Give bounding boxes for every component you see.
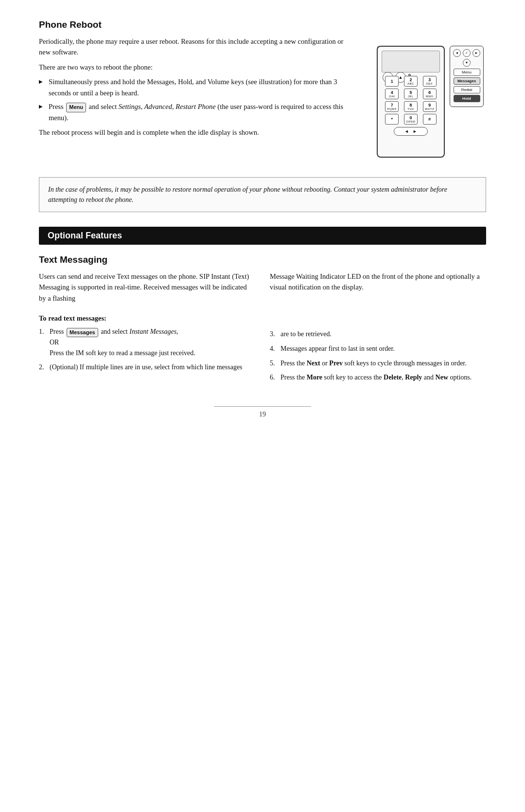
menu-side-btn: Menu [454, 69, 480, 76]
press-label: Press [49, 103, 64, 110]
key-pound: # [423, 114, 437, 125]
key-4: 4GHI [385, 89, 399, 99]
step-5-num: 5. [270, 358, 275, 369]
step-1-or: OR [50, 339, 59, 346]
key-1: 1 [385, 76, 399, 87]
phone-keypad: 1 2ABC 3DEF 4GHI 5JKL 6MNO 7PQRS 8TUV [383, 76, 439, 136]
nav-bar-row: ◄ ► [383, 127, 439, 136]
panel-nav-down: ▼ [463, 59, 471, 67]
phone-body: ◄ ▲ ▼ 🎙 1 2ABC 3DEF 4GHI [377, 46, 445, 158]
panel-nav-ok: ✓ [463, 49, 471, 57]
step-4-num: 4. [270, 343, 275, 354]
bullet-item-1: Simultaneously press and hold the Messag… [39, 76, 345, 98]
footer-page-number: 19 [39, 411, 486, 418]
panel-nav-down-row: ▼ [452, 59, 481, 67]
phone-reboot-section: Phone Reboot Periodically, the phone may… [39, 19, 486, 212]
phone-reboot-content: Periodically, the phone may require a us… [39, 36, 486, 167]
panel-nav-right: ► [472, 49, 480, 57]
tm-steps-right: 3. are to be retrieved. 4. Messages appe… [270, 307, 486, 387]
side-button-panel: ◄ ✓ ► ▼ Menu Messages Redial Hold [450, 46, 484, 107]
step-3: 3. are to be retrieved. [270, 329, 486, 340]
nav-left: ◄ [404, 129, 409, 134]
panel-nav-left: ◄ [453, 49, 461, 57]
key-2: 2ABC [404, 76, 418, 87]
key-star: * [385, 114, 399, 125]
key-9: 9WXYZ [423, 101, 437, 112]
hold-side-btn: Hold [454, 95, 480, 102]
step-1: 1. Press Messages and select Instant Mes… [39, 326, 255, 358]
key-0: 0OPER [404, 114, 418, 125]
step-6: 6. Press the More soft key to access the… [270, 372, 486, 383]
step-5: 5. Press the Next or Prev soft keys to c… [270, 358, 486, 369]
key-8: 8TUV [404, 101, 418, 112]
key-7: 7PQRS [385, 101, 399, 112]
step-1-press: Press [50, 328, 64, 335]
step-6-num: 6. [270, 372, 275, 383]
step-3-num: 3. [270, 329, 275, 340]
key-6: 6MNO [423, 89, 437, 99]
step-4: 4. Messages appear first to last in sent… [270, 343, 486, 354]
keypad-row-3: 7PQRS 8TUV 9WXYZ [383, 101, 439, 112]
step-1-num: 1. [39, 326, 44, 337]
steps-list-right: 3. are to be retrieved. 4. Messages appe… [270, 329, 486, 383]
note-text: In the case of problems, it may be possi… [48, 186, 447, 203]
intro-paragraph-2: There are two ways to reboot the phone: [39, 62, 345, 72]
footer-divider [214, 406, 311, 407]
tm-intro-left: Users can send and receive Text messages… [39, 271, 255, 307]
phone-illustration-container: 🕿 🕿 🕿 ◄ ▲ ▼ 🎙 [360, 36, 486, 167]
step-2-num: 2. [39, 362, 44, 373]
keypad-row-4: * 0OPER # [383, 114, 439, 125]
note-box: In the case of problems, it may be possi… [39, 177, 486, 212]
nav-right: ► [413, 129, 417, 134]
messages-btn-inline: Messages [67, 328, 98, 337]
to-read-heading: To read text messages: [39, 314, 255, 323]
key-3: 3DEF [423, 76, 437, 87]
step-1-and-select: and select Instant Messages, [101, 328, 178, 335]
phone-screen [382, 51, 440, 72]
menu-button-inline: Menu [66, 103, 86, 112]
reboot-outro: The reboot process will begin and is com… [39, 127, 345, 138]
phone-reboot-title: Phone Reboot [39, 19, 486, 30]
text-messaging-section: Text Messaging Users can send and receiv… [39, 254, 486, 387]
intro-paragraph-1: Periodically, the phone may require a us… [39, 36, 345, 58]
tm-right-paragraph: Message Waiting Indicator LED on the fro… [270, 271, 486, 293]
reboot-bullets: Simultaneously press and hold the Messag… [39, 76, 345, 123]
key-5: 5JKL [404, 89, 418, 99]
keypad-row-1: 1 2ABC 3DEF [383, 76, 439, 87]
text-messaging-instructions: To read text messages: 1. Press Messages… [39, 307, 486, 387]
redial-side-btn: Redial [454, 86, 480, 93]
messages-side-btn: Messages [454, 77, 480, 85]
optional-features-banner: Optional Features [39, 227, 486, 245]
tm-steps-left: To read text messages: 1. Press Messages… [39, 307, 255, 387]
keypad-row-2: 4GHI 5JKL 6MNO [383, 89, 439, 99]
text-messaging-intro: Users can send and receive Text messages… [39, 271, 486, 307]
step-1-im: Press the IM soft key to read a message … [50, 349, 195, 357]
steps-list-left: 1. Press Messages and select Instant Mes… [39, 326, 255, 373]
nav-bar: ◄ ► [394, 127, 428, 136]
bullet-item-2: Press Menu and select Settings, Advanced… [39, 101, 345, 123]
tm-intro-right: Message Waiting Indicator LED on the fro… [270, 271, 486, 307]
tm-left-paragraph: Users can send and receive Text messages… [39, 271, 255, 304]
phone-illustration: 🕿 🕿 🕿 ◄ ▲ ▼ 🎙 [362, 36, 484, 167]
text-messaging-title: Text Messaging [39, 254, 486, 265]
phone-reboot-text: Periodically, the phone may require a us… [39, 36, 345, 167]
panel-nav-arrows: ◄ ✓ ► [452, 49, 481, 57]
step-2: 2. (Optional) If multiple lines are in u… [39, 362, 255, 373]
